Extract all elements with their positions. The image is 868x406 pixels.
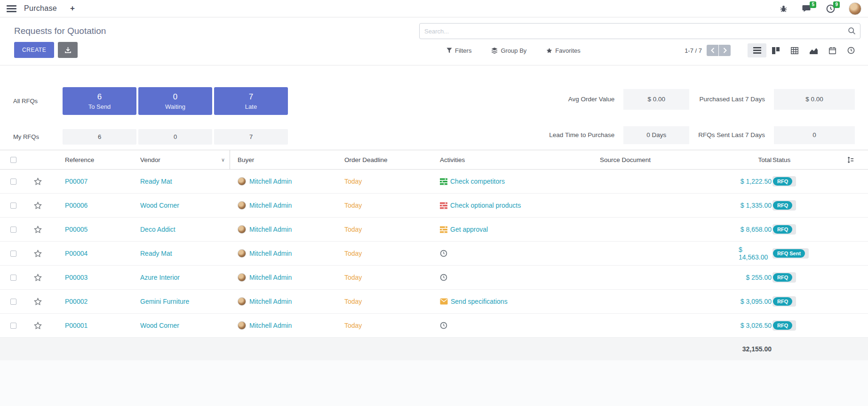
debug-bug-icon[interactable]: [778, 3, 788, 14]
total-amount: $ 1,222.50: [736, 178, 772, 185]
table-row[interactable]: P00002 Gemini Furniture Mitchell Admin T…: [0, 290, 868, 314]
header-buyer[interactable]: Buyer: [230, 156, 341, 163]
table-row[interactable]: P00005 Deco Addict Mitchell Admin Today …: [0, 218, 868, 242]
buyer-link[interactable]: Mitchell Admin: [249, 298, 292, 305]
sort-chevron-icon[interactable]: ∨: [221, 157, 225, 163]
header-activities[interactable]: Activities: [437, 156, 597, 163]
buyer-link[interactable]: Mitchell Admin: [249, 178, 292, 185]
row-checkbox[interactable]: [10, 275, 16, 281]
my-waiting-count[interactable]: 0: [138, 129, 212, 145]
rfqs-sent-last7-label: RFQs Sent Last 7 Days: [698, 131, 765, 138]
pager-previous-button[interactable]: [707, 45, 718, 56]
kpi-card-late[interactable]: 7 Late: [214, 87, 288, 115]
star-icon[interactable]: [34, 298, 42, 306]
vendor-link[interactable]: Wood Corner: [129, 202, 230, 209]
vendor-link[interactable]: Ready Mat: [129, 250, 230, 257]
messages-icon[interactable]: 5: [802, 3, 812, 14]
header-order-deadline[interactable]: Order Deadline: [341, 156, 437, 163]
activities-badge: 9: [833, 1, 840, 8]
star-icon[interactable]: [34, 178, 42, 186]
optional-columns-icon[interactable]: [847, 156, 854, 163]
user-avatar[interactable]: [849, 2, 861, 15]
row-checkbox[interactable]: [10, 203, 16, 209]
late-label: Late: [245, 103, 257, 110]
header-total[interactable]: Total: [736, 156, 772, 163]
vendor-link[interactable]: Wood Corner: [129, 322, 230, 329]
pager-next-button[interactable]: [719, 45, 731, 56]
activity-label[interactable]: Send specifications: [451, 298, 508, 305]
reference-link[interactable]: P00004: [49, 250, 129, 257]
row-checkbox[interactable]: [10, 227, 16, 233]
my-to-send-count[interactable]: 6: [63, 129, 136, 145]
row-checkbox[interactable]: [10, 179, 16, 185]
filters-button[interactable]: Filters: [446, 47, 471, 54]
view-calendar-button[interactable]: [823, 43, 842, 57]
view-pivot-button[interactable]: [785, 43, 804, 57]
table-row[interactable]: P00003 Azure Interior Mitchell Admin Tod…: [0, 266, 868, 290]
activity-tasks-icon[interactable]: [440, 226, 447, 233]
order-deadline: Today: [341, 274, 437, 281]
activity-envelope-icon[interactable]: [440, 298, 448, 305]
activity-label[interactable]: Get approval: [450, 226, 488, 233]
reference-link[interactable]: P00002: [49, 298, 129, 305]
activity-label[interactable]: Check competitors: [450, 178, 505, 185]
create-button[interactable]: CREATE: [14, 42, 54, 58]
header-vendor[interactable]: Vendor∨: [129, 150, 230, 169]
reference-link[interactable]: P00001: [49, 322, 129, 329]
star-icon[interactable]: [34, 226, 42, 234]
buyer-link[interactable]: Mitchell Admin: [249, 250, 292, 257]
vendor-link[interactable]: Ready Mat: [129, 178, 230, 185]
buyer-link[interactable]: Mitchell Admin: [249, 322, 292, 329]
header-reference[interactable]: Reference: [49, 156, 129, 163]
header-source-document[interactable]: Source Document: [597, 156, 736, 163]
buyer-link[interactable]: Mitchell Admin: [249, 202, 292, 209]
app-name[interactable]: Purchase: [24, 4, 57, 13]
table-row[interactable]: P00007 Ready Mat Mitchell Admin Today Ch…: [0, 170, 868, 194]
export-button[interactable]: [58, 42, 78, 58]
search-input[interactable]: [419, 23, 860, 39]
total-amount: $ 14,563.00: [736, 246, 772, 261]
buyer-link[interactable]: Mitchell Admin: [249, 274, 292, 281]
activities-clock-icon[interactable]: 9: [825, 3, 836, 14]
star-icon[interactable]: [34, 250, 42, 258]
kpi-card-to-send[interactable]: 6 To Send: [63, 87, 136, 115]
activity-label[interactable]: Check optional products: [450, 202, 521, 209]
to-send-count: 6: [97, 92, 102, 102]
activity-clock-icon[interactable]: [440, 322, 447, 329]
reference-link[interactable]: P00003: [49, 274, 129, 281]
star-icon[interactable]: [34, 274, 42, 282]
vendor-link[interactable]: Azure Interior: [129, 274, 230, 281]
star-icon[interactable]: [34, 202, 42, 210]
table-row[interactable]: P00006 Wood Corner Mitchell Admin Today …: [0, 194, 868, 218]
star-icon[interactable]: [34, 322, 42, 330]
search-icon[interactable]: [848, 27, 856, 37]
vendor-link[interactable]: Gemini Furniture: [129, 298, 230, 305]
buyer-link[interactable]: Mitchell Admin: [249, 226, 292, 233]
apps-menu-icon[interactable]: [7, 5, 16, 12]
kpi-card-waiting[interactable]: 0 Waiting: [138, 87, 212, 115]
table-row[interactable]: P00004 Ready Mat Mitchell Admin Today $ …: [0, 242, 868, 266]
view-list-button[interactable]: [748, 43, 766, 57]
select-all-checkbox[interactable]: [10, 157, 16, 163]
row-checkbox[interactable]: [10, 323, 16, 329]
activity-clock-icon[interactable]: [440, 274, 447, 281]
view-activity-button[interactable]: [842, 43, 860, 57]
activity-clock-icon[interactable]: [440, 250, 447, 257]
list-view-icon: [753, 47, 761, 54]
new-tab-button[interactable]: +: [70, 4, 75, 13]
reference-link[interactable]: P00007: [49, 178, 129, 185]
table-row[interactable]: P00001 Wood Corner Mitchell Admin Today …: [0, 314, 868, 338]
reference-link[interactable]: P00005: [49, 226, 129, 233]
row-checkbox[interactable]: [10, 299, 16, 305]
activity-tasks-icon[interactable]: [440, 178, 447, 185]
row-checkbox[interactable]: [10, 251, 16, 257]
view-graph-button[interactable]: [804, 43, 823, 57]
view-kanban-button[interactable]: [766, 43, 785, 57]
vendor-link[interactable]: Deco Addict: [129, 226, 230, 233]
header-status[interactable]: Status: [772, 156, 833, 163]
my-late-count[interactable]: 7: [214, 129, 288, 145]
favorites-button[interactable]: Favorites: [546, 47, 580, 54]
reference-link[interactable]: P00006: [49, 202, 129, 209]
activity-tasks-icon[interactable]: [440, 202, 447, 209]
group-by-button[interactable]: Group By: [491, 47, 526, 54]
